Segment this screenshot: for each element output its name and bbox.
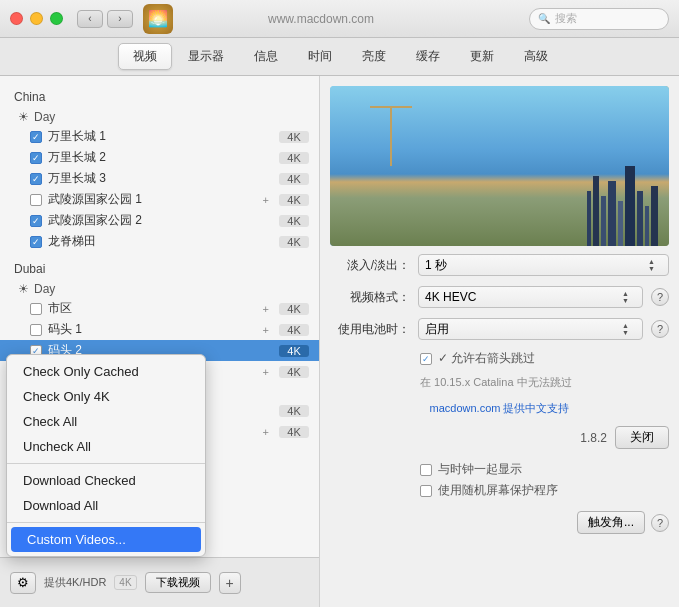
list-item[interactable]: ✓ 武陵源国家公园 2 4K xyxy=(0,210,319,231)
tab-video[interactable]: 视频 xyxy=(118,43,172,70)
bottom-bar: ⚙ 提供4K/HDR 4K 下载视频 + xyxy=(0,557,319,607)
fade-control[interactable]: 1 秒 ▲ ▼ xyxy=(418,254,669,276)
clock-label: 与时钟一起显示 xyxy=(438,461,522,478)
checkbox-wanli3[interactable]: ✓ xyxy=(30,173,42,185)
list-item[interactable]: 武陵源国家公园 1 + 4K xyxy=(0,189,319,210)
download-button[interactable]: 下载视频 xyxy=(145,572,211,593)
item-badge: 4K xyxy=(279,303,309,315)
screensaver-checkbox[interactable] xyxy=(420,485,432,497)
close-button[interactable]: 关闭 xyxy=(615,426,669,449)
stepper-up[interactable]: ▲ xyxy=(622,290,636,297)
list-item[interactable]: 市区 + 4K xyxy=(0,298,319,319)
menu-item-custom-videos[interactable]: Custom Videos... xyxy=(11,527,201,552)
list-item[interactable]: ✓ 万里长城 3 4K xyxy=(0,168,319,189)
checkbox-shiqv[interactable] xyxy=(30,303,42,315)
building xyxy=(601,196,606,246)
crane xyxy=(390,106,392,166)
screensaver-label: 使用随机屏幕保护程序 xyxy=(438,482,558,499)
item-badge: 4K xyxy=(279,236,309,248)
menu-item-check-all[interactable]: Check All xyxy=(7,409,205,434)
item-badge: 4K xyxy=(279,173,309,185)
list-item[interactable]: 码头 1 + 4K xyxy=(0,319,319,340)
clock-checkbox[interactable] xyxy=(420,464,432,476)
item-label: 万里长城 1 xyxy=(48,128,273,145)
tab-advanced[interactable]: 高级 xyxy=(510,44,562,69)
search-placeholder: 搜索 xyxy=(555,11,577,26)
checkbox-wanli1[interactable]: ✓ xyxy=(30,131,42,143)
tab-cache[interactable]: 缓存 xyxy=(402,44,454,69)
menu-divider-2 xyxy=(7,522,205,523)
checkbox-matou1[interactable] xyxy=(30,324,42,336)
right-panel: 淡入/淡出： 1 秒 ▲ ▼ 视频格式： 4K HEVC ▲ ▼ ? 使用电池时 xyxy=(320,76,679,607)
list-item[interactable]: ✓ 万里长城 1 4K xyxy=(0,126,319,147)
building xyxy=(637,191,643,246)
hdr-badge: 4K xyxy=(114,575,136,590)
building xyxy=(625,166,635,246)
format-stepper[interactable]: ▲ ▼ xyxy=(622,290,636,304)
item-badge: 4K xyxy=(279,345,309,357)
battery-help-button[interactable]: ? xyxy=(651,320,669,338)
plus-icon: + xyxy=(263,366,269,378)
corner-button[interactable]: 触发角... xyxy=(577,511,645,534)
item-badge: 4K xyxy=(279,405,309,417)
checkbox-wanli2[interactable]: ✓ xyxy=(30,152,42,164)
crane-arm xyxy=(370,106,412,108)
item-label: 码头 1 xyxy=(48,321,257,338)
menu-item-download-all[interactable]: Download All xyxy=(7,493,205,518)
search-bar[interactable]: 🔍 搜索 xyxy=(529,8,669,30)
stepper-up[interactable]: ▲ xyxy=(622,322,636,329)
stepper-down[interactable]: ▼ xyxy=(622,297,636,304)
item-badge: 4K xyxy=(279,194,309,206)
list-item[interactable]: ✓ 万里长城 2 4K xyxy=(0,147,319,168)
preview-image xyxy=(330,86,669,246)
stepper-up[interactable]: ▲ xyxy=(648,258,662,265)
item-badge: 4K xyxy=(279,131,309,143)
battery-control[interactable]: 启用 ▲ ▼ xyxy=(418,318,643,340)
maximize-traffic-btn[interactable] xyxy=(50,12,63,25)
link-row: macdown.com 提供中文支持 xyxy=(330,400,669,416)
gear-button[interactable]: ⚙ xyxy=(10,572,36,594)
checkbox-wuling1[interactable] xyxy=(30,194,42,206)
fade-label: 淡入/淡出： xyxy=(330,257,410,274)
tabs-bar: 视频 显示器 信息 时间 亮度 缓存 更新 高级 xyxy=(0,38,679,76)
list-item[interactable]: ✓ 龙脊梯田 4K xyxy=(0,231,319,252)
building xyxy=(587,191,591,246)
battery-stepper[interactable]: ▲ ▼ xyxy=(622,322,636,336)
format-help-button[interactable]: ? xyxy=(651,288,669,306)
fade-stepper[interactable]: ▲ ▼ xyxy=(648,258,662,272)
battery-label: 使用电池时： xyxy=(330,321,410,338)
stepper-down[interactable]: ▼ xyxy=(648,265,662,272)
plus-button[interactable]: + xyxy=(219,572,241,594)
arrow-note: 在 10.15.x Catalina 中无法跳过 xyxy=(330,375,669,390)
tab-update[interactable]: 更新 xyxy=(456,44,508,69)
minimize-traffic-btn[interactable] xyxy=(30,12,43,25)
arrow-checkbox[interactable]: ✓ xyxy=(420,353,432,365)
corner-help-button[interactable]: ? xyxy=(651,514,669,532)
battery-row: 使用电池时： 启用 ▲ ▼ ? xyxy=(330,318,669,340)
item-label: 万里长城 2 xyxy=(48,149,273,166)
format-label: 视频格式： xyxy=(330,289,410,306)
item-label: 龙脊梯田 xyxy=(48,233,273,250)
menu-item-uncheck-all[interactable]: Uncheck All xyxy=(7,434,205,459)
tab-info[interactable]: 信息 xyxy=(240,44,292,69)
menu-item-download-checked[interactable]: Download Checked xyxy=(7,468,205,493)
hdr-text: 提供4K/HDR xyxy=(44,575,106,590)
checkbox-wuling2[interactable]: ✓ xyxy=(30,215,42,227)
plus-icon: + xyxy=(263,426,269,438)
tab-brightness[interactable]: 亮度 xyxy=(348,44,400,69)
menu-item-check-4k[interactable]: Check Only 4K xyxy=(7,384,205,409)
close-traffic-btn[interactable] xyxy=(10,12,23,25)
format-control[interactable]: 4K HEVC ▲ ▼ xyxy=(418,286,643,308)
clock-checkbox-row: 与时钟一起显示 xyxy=(330,461,669,478)
menu-divider xyxy=(7,463,205,464)
menu-item-check-cached[interactable]: Check Only Cached xyxy=(7,359,205,384)
back-button[interactable]: ‹ xyxy=(77,10,103,28)
tab-display[interactable]: 显示器 xyxy=(174,44,238,69)
item-label: 武陵源国家公园 1 xyxy=(48,191,257,208)
stepper-down[interactable]: ▼ xyxy=(622,329,636,336)
item-badge: 4K xyxy=(279,366,309,378)
checkbox-longji[interactable]: ✓ xyxy=(30,236,42,248)
macdown-link[interactable]: macdown.com 提供中文支持 xyxy=(430,402,570,414)
version-row: 1.8.2 关闭 xyxy=(330,426,669,449)
tab-time[interactable]: 时间 xyxy=(294,44,346,69)
